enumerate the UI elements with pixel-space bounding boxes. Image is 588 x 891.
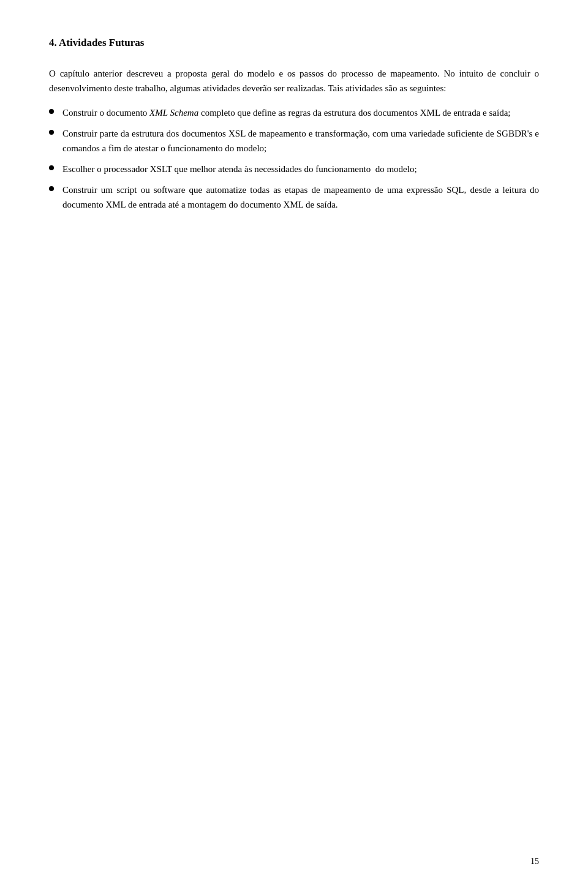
intro-paragraph: O capítulo anterior descreveu a proposta… <box>49 66 539 96</box>
activities-list: Construir o documento XML Schema complet… <box>49 105 539 212</box>
page: 4. Atividades Futuras O capítulo anterio… <box>0 0 588 891</box>
bullet-text-4: Construir um script ou software que auto… <box>62 182 539 212</box>
bullet-text-3: Escolher o processador XSLT que melhor a… <box>62 162 539 176</box>
list-item: Escolher o processador XSLT que melhor a… <box>49 162 539 176</box>
list-item: Construir um script ou software que auto… <box>49 182 539 212</box>
bullet-icon <box>49 130 54 135</box>
page-number: 15 <box>530 857 539 867</box>
bullet-text-2: Construir parte da estrutura dos documen… <box>62 126 539 156</box>
list-item: Construir o documento XML Schema complet… <box>49 105 539 120</box>
intro-text: O capítulo anterior descreveu a proposta… <box>49 69 539 93</box>
bullet-icon <box>49 165 54 170</box>
chapter-title: 4. Atividades Futuras <box>49 37 539 49</box>
bullet-text-1: Construir o documento XML Schema complet… <box>62 105 539 120</box>
bullet-icon <box>49 109 54 114</box>
bullet-icon <box>49 186 54 191</box>
list-item: Construir parte da estrutura dos documen… <box>49 126 539 156</box>
